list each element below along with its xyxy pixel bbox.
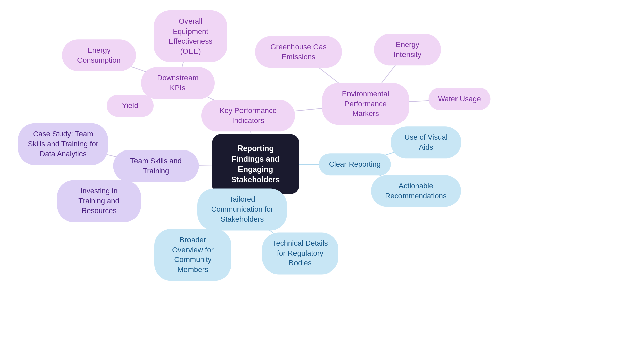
node-tailored: Tailored Communication for Stakeholders: [197, 188, 287, 230]
node-energy_intensity: Energy Intensity: [374, 34, 441, 65]
node-center: Reporting Findings and Engaging Stakehol…: [212, 134, 299, 194]
node-water_usage: Water Usage: [429, 88, 491, 110]
node-downstream: Downstream KPIs: [141, 67, 215, 99]
node-investing: Investing in Training and Resources: [57, 180, 141, 222]
node-actionable: Actionable Recommendations: [371, 175, 461, 207]
node-env_perf: Environmental Performance Markers: [322, 83, 409, 125]
node-clear_reporting: Clear Reporting: [319, 153, 391, 175]
node-kpi: Key Performance Indicators: [201, 100, 295, 131]
node-ghg: Greenhouse Gas Emissions: [255, 36, 342, 68]
node-yield: Yield: [107, 95, 154, 117]
node-broader: Broader Overview for Community Members: [154, 229, 231, 281]
node-oee: Overall Equipment Effectiveness (OEE): [154, 10, 227, 62]
node-visual_aids: Use of Visual Aids: [391, 126, 461, 158]
node-technical: Technical Details for Regulatory Bodies: [262, 232, 338, 274]
mind-map-canvas: Reporting Findings and Engaging Stakehol…: [0, 0, 644, 363]
node-team_skills: Team Skills and Training: [113, 150, 199, 182]
node-energy_consumption: Energy Consumption: [62, 39, 136, 71]
node-case_study: Case Study: Team Skills and Training for…: [18, 123, 108, 165]
